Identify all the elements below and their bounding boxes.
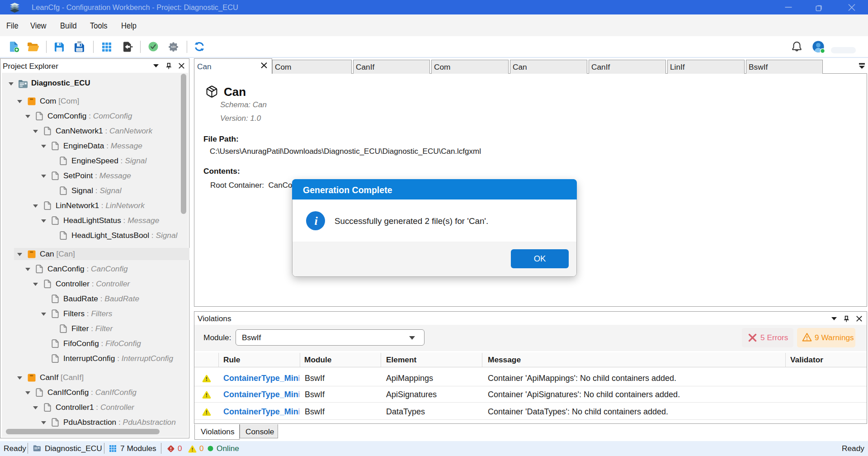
svg-text:</>: </> [171,45,176,49]
svg-text:i: i [314,214,318,228]
